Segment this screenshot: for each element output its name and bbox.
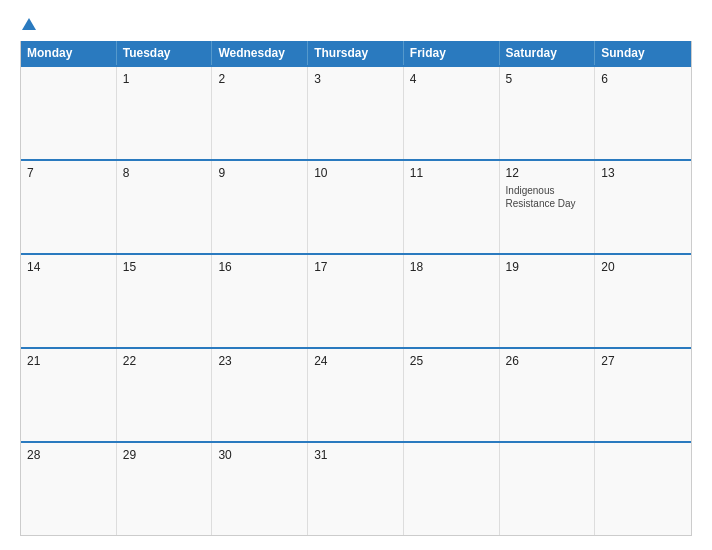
day-cell: 9 (212, 161, 308, 253)
day-cell: 25 (404, 349, 500, 441)
day-number: 14 (27, 260, 110, 274)
weeks-container: 123456789101112Indigenous Resistance Day… (21, 65, 691, 535)
day-number: 22 (123, 354, 206, 368)
day-cell: 13 (595, 161, 691, 253)
day-number: 17 (314, 260, 397, 274)
day-cell: 11 (404, 161, 500, 253)
day-cell: 21 (21, 349, 117, 441)
day-cell: 14 (21, 255, 117, 347)
day-cell: 18 (404, 255, 500, 347)
day-number: 10 (314, 166, 397, 180)
day-cell: 19 (500, 255, 596, 347)
week-row-3: 14151617181920 (21, 253, 691, 347)
header (20, 18, 692, 31)
weekday-header-wednesday: Wednesday (212, 41, 308, 65)
logo-blue-text (20, 18, 36, 31)
day-number: 4 (410, 72, 493, 86)
day-number: 16 (218, 260, 301, 274)
day-cell: 5 (500, 67, 596, 159)
day-number: 7 (27, 166, 110, 180)
day-cell (595, 443, 691, 535)
day-number: 26 (506, 354, 589, 368)
day-number: 3 (314, 72, 397, 86)
day-cell: 2 (212, 67, 308, 159)
week-row-4: 21222324252627 (21, 347, 691, 441)
logo-triangle-icon (22, 18, 36, 30)
weekday-header-thursday: Thursday (308, 41, 404, 65)
day-number: 24 (314, 354, 397, 368)
day-number: 13 (601, 166, 685, 180)
day-cell (21, 67, 117, 159)
day-cell: 3 (308, 67, 404, 159)
day-number: 19 (506, 260, 589, 274)
day-number: 20 (601, 260, 685, 274)
weekday-header-friday: Friday (404, 41, 500, 65)
weekday-header-sunday: Sunday (595, 41, 691, 65)
day-number: 9 (218, 166, 301, 180)
day-cell: 27 (595, 349, 691, 441)
day-cell: 16 (212, 255, 308, 347)
day-number: 21 (27, 354, 110, 368)
day-number: 12 (506, 166, 589, 180)
calendar-page: MondayTuesdayWednesdayThursdayFridaySatu… (0, 0, 712, 550)
day-number: 6 (601, 72, 685, 86)
day-number: 29 (123, 448, 206, 462)
weekday-header-monday: Monday (21, 41, 117, 65)
calendar-grid: MondayTuesdayWednesdayThursdayFridaySatu… (20, 41, 692, 536)
logo (20, 18, 36, 31)
day-number: 27 (601, 354, 685, 368)
day-number: 5 (506, 72, 589, 86)
day-cell: 30 (212, 443, 308, 535)
day-cell: 31 (308, 443, 404, 535)
day-number: 18 (410, 260, 493, 274)
weekday-header-tuesday: Tuesday (117, 41, 213, 65)
day-number: 1 (123, 72, 206, 86)
weekday-header-saturday: Saturday (500, 41, 596, 65)
day-number: 28 (27, 448, 110, 462)
day-cell: 23 (212, 349, 308, 441)
day-cell: 28 (21, 443, 117, 535)
day-number: 30 (218, 448, 301, 462)
day-number: 2 (218, 72, 301, 86)
day-number: 25 (410, 354, 493, 368)
day-cell: 17 (308, 255, 404, 347)
week-row-2: 789101112Indigenous Resistance Day13 (21, 159, 691, 253)
day-event: Indigenous Resistance Day (506, 184, 589, 210)
day-cell: 1 (117, 67, 213, 159)
day-cell: 7 (21, 161, 117, 253)
day-cell: 12Indigenous Resistance Day (500, 161, 596, 253)
day-cell (500, 443, 596, 535)
weekday-header-row: MondayTuesdayWednesdayThursdayFridaySatu… (21, 41, 691, 65)
day-cell: 20 (595, 255, 691, 347)
day-cell: 4 (404, 67, 500, 159)
day-number: 31 (314, 448, 397, 462)
day-cell: 8 (117, 161, 213, 253)
day-number: 15 (123, 260, 206, 274)
day-cell (404, 443, 500, 535)
day-cell: 26 (500, 349, 596, 441)
day-cell: 24 (308, 349, 404, 441)
day-number: 11 (410, 166, 493, 180)
day-cell: 10 (308, 161, 404, 253)
day-number: 8 (123, 166, 206, 180)
day-cell: 15 (117, 255, 213, 347)
week-row-5: 28293031 (21, 441, 691, 535)
day-cell: 29 (117, 443, 213, 535)
week-row-1: 123456 (21, 65, 691, 159)
day-cell: 22 (117, 349, 213, 441)
day-number: 23 (218, 354, 301, 368)
day-cell: 6 (595, 67, 691, 159)
